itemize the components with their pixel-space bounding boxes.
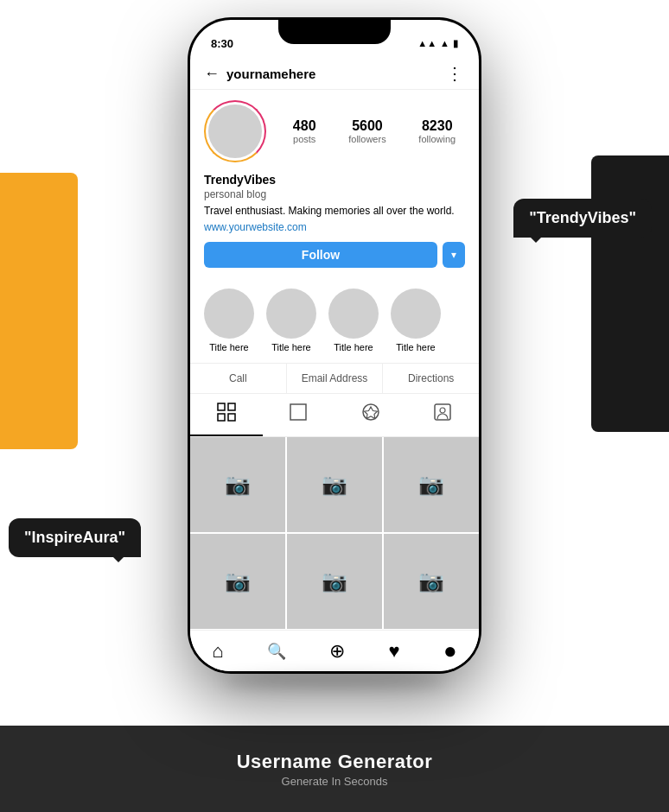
svg-rect-0 bbox=[218, 403, 225, 410]
camera-icon-5: 📷 bbox=[322, 569, 347, 593]
phone-screen: 8:30 ▲▲ ▲ ▮ ← yournamehere ⋮ bbox=[190, 20, 479, 671]
directions-button[interactable]: Directions bbox=[383, 364, 479, 393]
camera-icon-2: 📷 bbox=[322, 473, 347, 497]
action-row: Call Email Address Directions bbox=[190, 363, 479, 394]
tab-grid[interactable] bbox=[190, 394, 263, 436]
stat-following: 8230 following bbox=[418, 118, 456, 144]
nav-username: yournamehere bbox=[226, 67, 315, 81]
nav-left: ← yournamehere bbox=[204, 65, 315, 83]
people-icon bbox=[433, 403, 452, 426]
profile-nav-button[interactable]: ● bbox=[443, 638, 457, 664]
home-nav-button[interactable]: ⌂ bbox=[212, 640, 223, 663]
profile-name: TrendyVibes bbox=[204, 173, 465, 187]
highlights-row: Title here Title here Title here Title h… bbox=[190, 282, 479, 363]
status-icons: ▲▲ ▲ ▮ bbox=[417, 38, 458, 49]
signal-icon: ▲▲ bbox=[417, 38, 436, 48]
grid-cell-6[interactable]: 📷 bbox=[384, 534, 479, 629]
status-time: 8:30 bbox=[211, 37, 233, 50]
stat-posts: 480 posts bbox=[293, 118, 316, 144]
battery-icon: ▮ bbox=[453, 38, 458, 49]
grid-cell-5[interactable]: 📷 bbox=[287, 534, 382, 629]
svg-rect-2 bbox=[218, 414, 225, 421]
profile-top: 480 posts 5600 followers 8230 following bbox=[204, 100, 465, 162]
back-button[interactable]: ← bbox=[204, 65, 220, 83]
more-options-button[interactable]: ⋮ bbox=[446, 63, 465, 84]
camera-icon-6: 📷 bbox=[418, 569, 444, 593]
profile-section: 480 posts 5600 followers 8230 following bbox=[190, 90, 479, 282]
highlight-4[interactable]: Title here bbox=[391, 289, 441, 352]
svg-rect-3 bbox=[228, 414, 235, 421]
svg-rect-4 bbox=[290, 404, 306, 420]
bubble-trendyvibes: "TrendyVibes" bbox=[513, 199, 652, 238]
following-count: 8230 bbox=[422, 118, 453, 134]
grid-cell-4[interactable]: 📷 bbox=[190, 534, 285, 629]
camera-icon-3: 📷 bbox=[418, 473, 444, 497]
heart-nav-button[interactable]: ♥ bbox=[389, 640, 400, 663]
profile-bio: Travel enthusiast. Making memories all o… bbox=[204, 204, 465, 219]
bubble-inspireAura: "InspireAura" bbox=[9, 518, 141, 557]
follow-button[interactable]: Follow bbox=[204, 242, 437, 268]
highlight-label-1: Title here bbox=[209, 342, 248, 352]
posts-label: posts bbox=[293, 134, 315, 144]
add-nav-button[interactable]: ⊕ bbox=[329, 640, 345, 663]
stats-row: 480 posts 5600 followers 8230 following bbox=[284, 118, 465, 144]
highlight-label-2: Title here bbox=[271, 342, 310, 352]
follow-row: Follow ▾ bbox=[204, 242, 465, 268]
photo-grid: 📷 📷 📷 📷 📷 📷 bbox=[190, 437, 479, 629]
avatar bbox=[208, 105, 262, 158]
camera-icon-1: 📷 bbox=[225, 473, 251, 497]
profile-link[interactable]: www.yourwebsite.com bbox=[204, 221, 465, 233]
tab-reels[interactable] bbox=[263, 394, 335, 436]
grid-icon bbox=[217, 403, 236, 426]
svg-marker-6 bbox=[364, 407, 377, 419]
reels-icon bbox=[289, 403, 308, 426]
camera-icon-4: 📷 bbox=[225, 569, 251, 593]
following-label: following bbox=[418, 134, 456, 144]
call-button[interactable]: Call bbox=[190, 364, 287, 393]
stat-followers: 5600 followers bbox=[348, 118, 385, 144]
phone-frame: 8:30 ▲▲ ▲ ▮ ← yournamehere ⋮ bbox=[188, 17, 481, 674]
highlight-circle-2 bbox=[266, 289, 316, 339]
profile-category: personal blog bbox=[204, 188, 465, 200]
highlight-circle-3 bbox=[328, 289, 379, 339]
tagged-icon bbox=[361, 403, 380, 426]
email-button[interactable]: Email Address bbox=[287, 364, 384, 393]
avatar-container bbox=[204, 100, 266, 162]
phone-bottom-nav: ⌂ 🔍 ⊕ ♥ ● bbox=[190, 630, 479, 671]
grid-cell-1[interactable]: 📷 bbox=[190, 437, 285, 532]
page-subtitle: Generate In Seconds bbox=[282, 775, 388, 788]
highlight-circle-4 bbox=[391, 289, 441, 339]
grid-cell-3[interactable]: 📷 bbox=[384, 437, 479, 532]
bg-orange-decoration bbox=[0, 173, 78, 449]
posts-count: 480 bbox=[293, 118, 316, 134]
search-nav-button[interactable]: 🔍 bbox=[267, 642, 286, 661]
highlight-label-3: Title here bbox=[334, 342, 373, 352]
highlight-3[interactable]: Title here bbox=[328, 289, 379, 352]
page-title: Username Generator bbox=[237, 751, 433, 773]
wifi-icon: ▲ bbox=[440, 38, 449, 48]
follow-dropdown-button[interactable]: ▾ bbox=[443, 242, 465, 268]
tab-people[interactable] bbox=[407, 394, 480, 436]
nav-bar: ← yournamehere ⋮ bbox=[190, 58, 479, 90]
bottom-bar: Username Generator Generate In Seconds bbox=[0, 726, 669, 812]
tab-bar bbox=[190, 394, 479, 437]
phone-notch bbox=[278, 20, 391, 44]
highlight-2[interactable]: Title here bbox=[266, 289, 316, 352]
svg-point-8 bbox=[440, 408, 445, 413]
highlight-circle-1 bbox=[204, 289, 254, 339]
highlight-1[interactable]: Title here bbox=[204, 289, 254, 352]
grid-cell-2[interactable]: 📷 bbox=[287, 437, 382, 532]
tab-tagged[interactable] bbox=[334, 394, 407, 436]
bg-dark-decoration bbox=[591, 155, 669, 432]
followers-count: 5600 bbox=[352, 118, 383, 134]
phone-mockup: 8:30 ▲▲ ▲ ▮ ← yournamehere ⋮ bbox=[188, 17, 481, 674]
followers-label: followers bbox=[348, 134, 385, 144]
phone-shadow bbox=[222, 674, 447, 689]
svg-rect-1 bbox=[228, 403, 235, 410]
highlight-label-4: Title here bbox=[396, 342, 435, 352]
